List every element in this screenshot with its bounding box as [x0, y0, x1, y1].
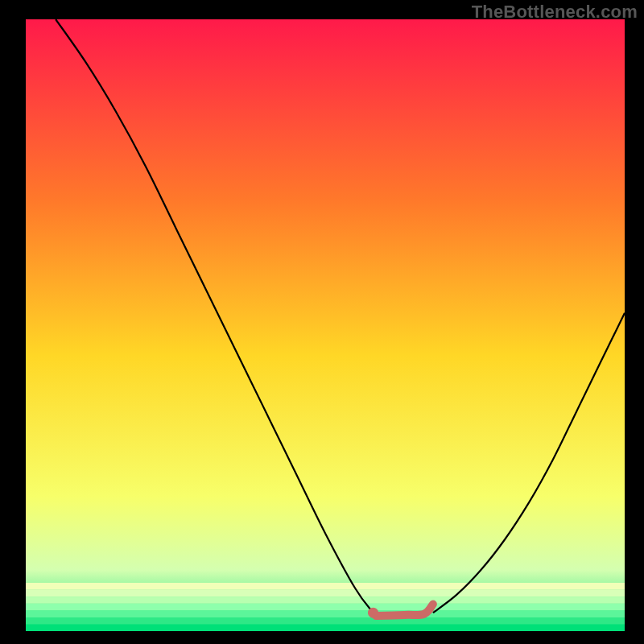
watermark-text: TheBottleneck.com: [472, 2, 638, 23]
bottom-color-bands: [26, 583, 625, 631]
chart-frame: TheBottleneck.com: [0, 0, 644, 644]
marker-dot: [368, 608, 378, 618]
svg-rect-4: [26, 610, 625, 617]
svg-rect-3: [26, 604, 625, 611]
plot-area: [26, 19, 625, 631]
svg-rect-0: [26, 583, 625, 590]
chart-svg: [26, 19, 625, 631]
svg-rect-6: [26, 625, 625, 631]
svg-rect-1: [26, 590, 625, 597]
svg-rect-5: [26, 617, 625, 625]
svg-rect-2: [26, 597, 625, 604]
